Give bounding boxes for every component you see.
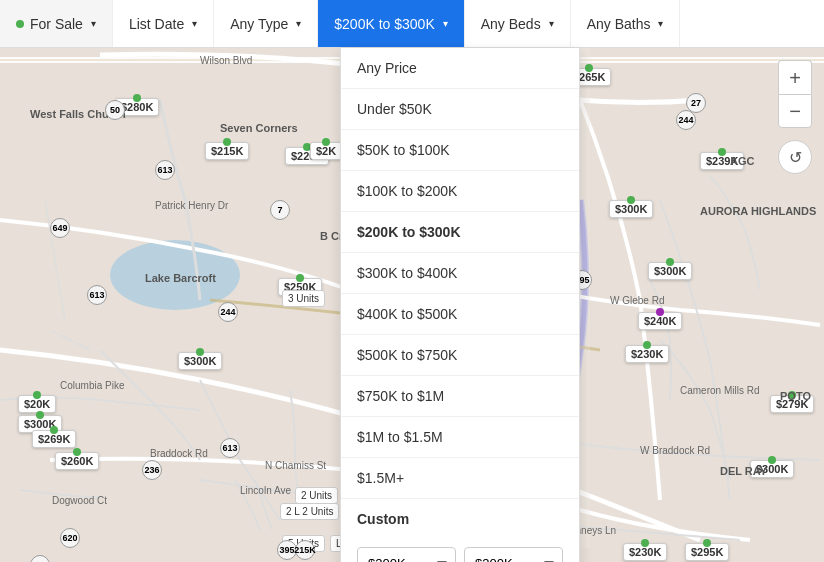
price-option-100to200[interactable]: $100K to $200K [341, 171, 579, 212]
filter-label-any-beds: Any Beds [481, 16, 541, 32]
highway-badge-h7: 244 [676, 110, 696, 130]
filter-btn-any-beds[interactable]: Any Beds▾ [465, 0, 571, 47]
road-label-r10: Dogwood Ct [52, 495, 107, 506]
area-label-a2: Seven Corners [220, 122, 298, 134]
chevron-down-icon: ▾ [658, 18, 663, 29]
filter-btn-any-type[interactable]: Any Type▾ [214, 0, 318, 47]
filter-label-for-sale: For Sale [30, 16, 83, 32]
zoom-out-button[interactable]: − [778, 94, 812, 128]
filter-btn-for-sale[interactable]: For Sale▾ [0, 0, 113, 47]
chevron-down-icon: ▾ [192, 18, 197, 29]
highway-badge-h8: 27 [686, 93, 706, 113]
chevron-down-icon: ▾ [91, 18, 96, 29]
road-label-r9: N Chamiss St [265, 460, 326, 471]
road-label-r6: W Braddock Rd [640, 445, 710, 456]
highway-badge-h1: 50 [105, 100, 125, 120]
price-option-under50[interactable]: Under $50K [341, 89, 579, 130]
zoom-in-button[interactable]: + [778, 60, 812, 94]
unit-badge-u1[interactable]: 3 Units [282, 290, 325, 307]
filter-label-any-type: Any Type [230, 16, 288, 32]
marker-m8[interactable]: $300K [648, 262, 692, 280]
filter-label-list-date: List Date [129, 16, 184, 32]
price-option-300to400[interactable]: $300K to $400K [341, 253, 579, 294]
area-label-a8: POTO [780, 390, 811, 402]
road-label-r2: Columbia Pike [60, 380, 124, 391]
compass-button[interactable]: ↺ [778, 140, 812, 174]
marker-m18[interactable]: $260K [55, 452, 99, 470]
highway-badge-h3: 613 [87, 285, 107, 305]
filter-label-price: $200K to $300K [334, 16, 434, 32]
highway-badge-h10: 613 [220, 438, 240, 458]
price-option-400to500[interactable]: $400K to $500K [341, 294, 579, 335]
filter-btn-price[interactable]: $200K to $300K▾ [318, 0, 464, 47]
road-label-r11: Lincoln Ave [240, 485, 291, 496]
highway-badge-h5: 244 [218, 302, 238, 322]
highway-badge-h4: 7 [270, 200, 290, 220]
filter-label-any-baths: Any Baths [587, 16, 651, 32]
price-option-500to750[interactable]: $500K to $750K [341, 335, 579, 376]
marker-m7[interactable]: $300K [609, 200, 653, 218]
marker-m20[interactable]: $230K [623, 543, 667, 561]
marker-m17[interactable]: $269K [32, 430, 76, 448]
marker-m19[interactable]: $295K [685, 543, 729, 561]
marker-m12[interactable]: $230K [625, 345, 669, 363]
custom-max-select[interactable]: Any Max$100K$150K$200K$250K$300K$400K$50… [464, 547, 563, 562]
price-option-1.5mplus[interactable]: $1.5M+ [341, 458, 579, 499]
marker-m11[interactable]: $240K [638, 312, 682, 330]
filter-bar: For Sale▾List Date▾Any Type▾$200K to $30… [0, 0, 824, 48]
area-label-a7: DEL RAY [720, 465, 767, 477]
price-option-1mto1.5m[interactable]: $1M to $1.5M [341, 417, 579, 458]
chevron-down-icon: ▾ [296, 18, 301, 29]
custom-price-inputs: Any Min$50K$100K$150K$200K$250K$300K$400… [341, 539, 579, 562]
price-option-50to100[interactable]: $50K to $100K [341, 130, 579, 171]
chevron-down-icon: ▾ [443, 18, 448, 29]
unit-badge-u2[interactable]: 2 Units [295, 487, 338, 504]
highway-badge-h11: 236 [142, 460, 162, 480]
status-dot [16, 20, 24, 28]
area-label-a6: AURORA HIGHLANDS [700, 205, 816, 217]
marker-m2[interactable]: $215K [205, 142, 249, 160]
highway-badge-h15: 215K [295, 540, 315, 560]
road-label-r4: W Glebe Rd [610, 295, 664, 306]
price-option-any[interactable]: Any Price [341, 48, 579, 89]
price-option-750to1m[interactable]: $750K to $1M [341, 376, 579, 417]
highway-badge-h6: 649 [50, 218, 70, 238]
area-label-a10: AGC [730, 155, 754, 167]
filter-btn-any-baths[interactable]: Any Baths▾ [571, 0, 681, 47]
price-dropdown: Any PriceUnder $50K$50K to $100K$100K to… [340, 48, 580, 562]
road-label-r3: Braddock Rd [150, 448, 208, 459]
custom-min-select[interactable]: Any Min$50K$100K$150K$200K$250K$300K$400… [357, 547, 456, 562]
highway-badge-h12: 620 [60, 528, 80, 548]
road-label-r5: Cameron Mills Rd [680, 385, 759, 396]
marker-m10[interactable]: $300K [178, 352, 222, 370]
zoom-controls: + − [778, 60, 812, 128]
highway-badge-h2: 613 [155, 160, 175, 180]
filter-btn-list-date[interactable]: List Date▾ [113, 0, 214, 47]
price-option-200to300[interactable]: $200K to $300K [341, 212, 579, 253]
marker-m15[interactable]: $20K [18, 395, 56, 413]
road-label-r1: Wilson Blvd [200, 55, 252, 66]
unit-badge-u3[interactable]: 2 L 2 Units [280, 503, 339, 520]
road-label-r8: Patrick Henry Dr [155, 200, 228, 211]
chevron-down-icon: ▾ [549, 18, 554, 29]
area-label-a3: Lake Barcroft [145, 272, 216, 284]
marker-m4[interactable]: $2K [310, 142, 342, 160]
custom-price-label: Custom [341, 499, 579, 539]
